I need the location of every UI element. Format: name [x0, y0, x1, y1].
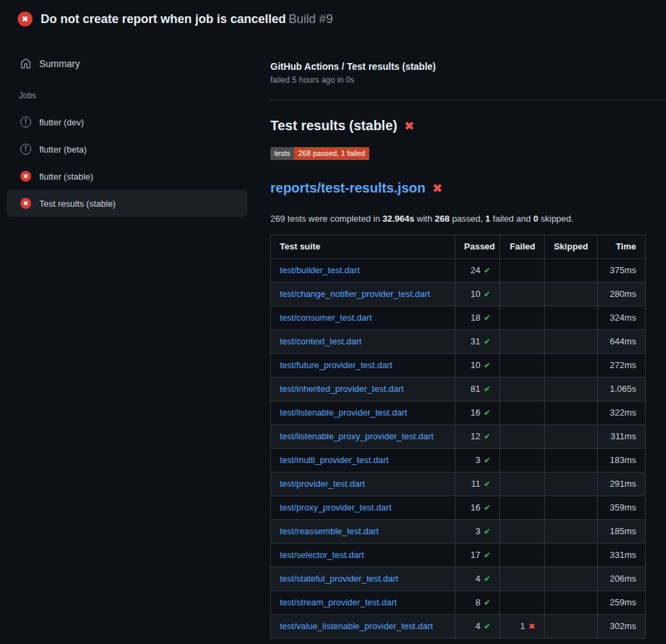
- passed-cell: 8✔: [455, 591, 500, 615]
- passed-cell: 17✔: [455, 544, 500, 567]
- check-icon: ✔: [484, 408, 491, 418]
- suite-cell: test/change_notifier_provider_test.dart: [271, 283, 455, 306]
- passed-cell: 10✔: [455, 354, 500, 378]
- failed-cell: [500, 544, 545, 567]
- passed-count: 31: [470, 336, 480, 346]
- test-suite-link[interactable]: test/proxy_provider_test.dart: [280, 502, 392, 512]
- time-cell: 322ms: [598, 401, 646, 425]
- time-value: 644ms: [610, 336, 636, 346]
- check-icon: ✔: [484, 479, 491, 489]
- job-label: Test results (stable): [39, 199, 116, 209]
- suite-cell: test/builder_test.dart: [271, 259, 455, 283]
- header-failed: Failed: [500, 235, 545, 259]
- check-icon: ✔: [484, 456, 491, 465]
- passed-cell: 16✔: [455, 401, 500, 425]
- suite-cell: test/proxy_provider_test.dart: [271, 496, 455, 520]
- time-cell: 644ms: [598, 330, 646, 354]
- failed-count: 1: [520, 621, 525, 631]
- test-suite-link[interactable]: test/reassemble_test.dart: [280, 526, 379, 536]
- failed-cell: [500, 472, 545, 496]
- passed-cell: 24✔: [455, 259, 500, 283]
- time-value: 359ms: [610, 502, 636, 512]
- test-suite-link[interactable]: test/selector_test.dart: [280, 550, 364, 560]
- passed-count: 18: [470, 313, 480, 323]
- passed-count: 17: [470, 550, 480, 560]
- test-suite-link[interactable]: test/provider_test.dart: [280, 479, 365, 489]
- time-cell: 331ms: [598, 544, 646, 567]
- test-suite-link[interactable]: test/multi_provider_test.dart: [280, 455, 388, 465]
- failed-cell: [500, 378, 545, 401]
- test-suite-link[interactable]: test/inherited_provider_test.dart: [280, 384, 404, 394]
- sidebar-item-test-results-stable[interactable]: ✖Test results (stable): [7, 190, 247, 217]
- passed-count: 3: [476, 526, 480, 536]
- failed-cell: [500, 330, 545, 354]
- time-value: 302ms: [610, 621, 636, 631]
- time-cell: 206ms: [598, 567, 646, 591]
- failed-cell: 1✖: [500, 615, 545, 639]
- test-suite-link[interactable]: test/stateful_provider_test.dart: [280, 573, 398, 584]
- skipped-cell: [545, 306, 598, 330]
- time-cell: 183ms: [598, 449, 646, 472]
- failed-icon: ✖: [20, 171, 31, 182]
- time-cell: 259ms: [598, 591, 646, 615]
- table-row: test/listenable_provider_test.dart16✔322…: [271, 401, 646, 425]
- skipped-cell: [545, 496, 598, 520]
- build-number: Build #9: [289, 12, 333, 26]
- check-icon: ✔: [484, 503, 491, 512]
- summary-duration: 32.964s: [382, 214, 414, 224]
- cancelled-icon: !: [20, 117, 31, 127]
- skipped-cell: [545, 401, 598, 425]
- table-row: test/stream_provider_test.dart8✔259ms: [271, 591, 646, 615]
- failed-cell: [500, 496, 545, 520]
- time-value: 375ms: [610, 265, 636, 275]
- check-icon: ✔: [484, 622, 491, 631]
- time-value: 206ms: [610, 573, 636, 584]
- table-row: test/value_listenable_provider_test.dart…: [271, 615, 646, 639]
- main-content: GitHub Actions / Test results (stable) f…: [254, 38, 666, 639]
- test-suite-link[interactable]: test/context_test.dart: [280, 336, 362, 346]
- sidebar-item-flutter-beta[interactable]: !flutter (beta): [7, 136, 247, 163]
- test-suite-link[interactable]: test/value_listenable_provider_test.dart: [280, 621, 433, 631]
- passed-cell: 3✔: [455, 520, 500, 544]
- time-cell: 324ms: [598, 306, 646, 330]
- failed-icon: ✖: [20, 198, 31, 209]
- passed-cell: 11✔: [455, 472, 500, 496]
- table-row: test/reassemble_test.dart3✔185ms: [271, 520, 646, 544]
- time-value: 1.065s: [610, 384, 636, 394]
- failed-cell: [500, 401, 545, 425]
- header-time: Time: [598, 235, 646, 259]
- report-body: Test results (stable) ✖ tests 268 passed…: [270, 118, 666, 639]
- badge-value: 268 passed, 1 failed: [294, 147, 369, 160]
- sidebar-item-flutter-dev[interactable]: !flutter (dev): [7, 108, 247, 136]
- report-file-link[interactable]: reports/test-results.json: [270, 180, 425, 196]
- failed-cell: [500, 259, 545, 283]
- x-icon: ✖: [528, 622, 535, 631]
- passed-cell: 16✔: [455, 496, 500, 520]
- passed-count: 16: [470, 407, 480, 418]
- run-name: Do not create report when job is cancell…: [41, 12, 286, 26]
- test-suite-link[interactable]: test/listenable_proxy_provider_test.dart: [280, 431, 434, 441]
- time-value: 183ms: [610, 455, 636, 465]
- test-suite-link[interactable]: test/listenable_provider_test.dart: [280, 407, 407, 418]
- time-value: 324ms: [610, 313, 636, 323]
- passed-count: 12: [470, 431, 480, 441]
- test-suite-link[interactable]: test/consumer_test.dart: [280, 313, 372, 323]
- suite-cell: test/selector_test.dart: [271, 544, 455, 567]
- test-suite-link[interactable]: test/future_provider_test.dart: [280, 360, 392, 370]
- failed-cell: [500, 520, 545, 544]
- test-suite-link[interactable]: test/stream_provider_test.dart: [280, 597, 397, 607]
- skipped-cell: [545, 615, 598, 639]
- check-icon: ✔: [484, 432, 491, 441]
- time-cell: 311ms: [598, 425, 646, 449]
- sidebar-item-summary[interactable]: Summary: [7, 54, 247, 73]
- test-suite-link[interactable]: test/change_notifier_provider_test.dart: [280, 289, 430, 299]
- page-title: Do not create report when job is cancell…: [41, 12, 333, 26]
- failed-cell: [500, 567, 545, 591]
- test-suite-link[interactable]: test/builder_test.dart: [280, 265, 360, 275]
- passed-count: 16: [470, 502, 480, 512]
- sidebar-item-flutter-stable[interactable]: ✖flutter (stable): [7, 163, 247, 190]
- check-icon: ✔: [484, 289, 491, 299]
- job-label: flutter (beta): [39, 144, 87, 155]
- suite-cell: test/multi_provider_test.dart: [271, 449, 455, 472]
- time-cell: 272ms: [598, 354, 646, 378]
